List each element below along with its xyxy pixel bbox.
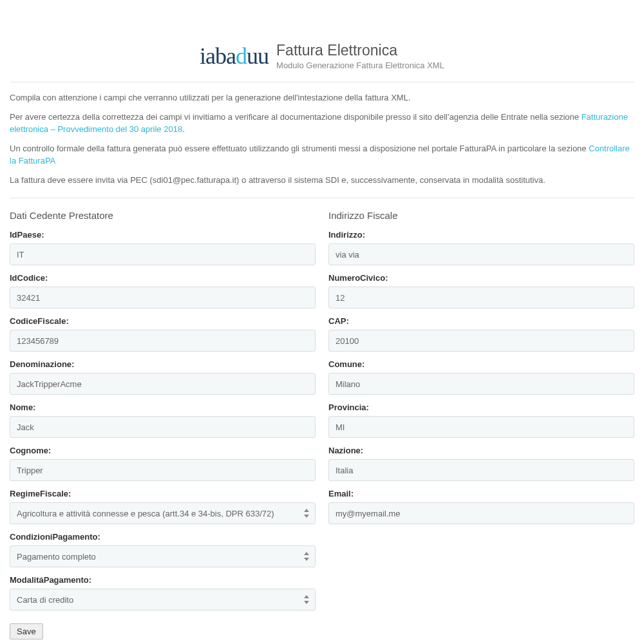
input-comune[interactable] xyxy=(328,373,634,395)
label-codicefiscale: CodiceFiscale: xyxy=(10,316,316,326)
input-codicefiscale[interactable] xyxy=(10,330,316,352)
label-cognome: Cognome: xyxy=(10,446,316,455)
page-subtitle: Modulo Generazione Fattura Elettronica X… xyxy=(276,61,444,70)
field-idpaese: IdPaese: xyxy=(10,230,316,265)
intro-block: Compila con attenzione i campi che verra… xyxy=(10,91,634,198)
label-idpaese: IdPaese: xyxy=(10,230,316,240)
field-cognome: Cognome: xyxy=(10,446,316,481)
field-email: Email: xyxy=(328,489,634,524)
label-regimefiscale: RegimeFiscale: xyxy=(10,489,316,498)
field-numerocivico: NumeroCivico: xyxy=(328,273,634,308)
label-nazione: Nazione: xyxy=(328,446,634,455)
label-comune: Comune: xyxy=(328,359,634,369)
label-cap: CAP: xyxy=(328,316,634,326)
input-nome[interactable] xyxy=(10,416,316,438)
label-indirizzo: Indirizzo: xyxy=(328,230,634,240)
field-nazione: Nazione: xyxy=(328,446,634,481)
select-modalitapagamento[interactable]: Carta di credito xyxy=(10,589,316,611)
header-text: Fattura Elettronica Modulo Generazione F… xyxy=(276,42,444,70)
intro-line-4: La fattura deve essere invita via PEC (s… xyxy=(10,174,634,187)
intro-line-1: Compila con attenzione i campi che verra… xyxy=(10,91,634,104)
label-nome: Nome: xyxy=(10,402,316,412)
input-idpaese[interactable] xyxy=(10,243,316,265)
intro-line-3: Un controllo formale della fattura gener… xyxy=(10,142,634,167)
input-numerocivico[interactable] xyxy=(328,287,634,308)
field-comune: Comune: xyxy=(328,359,634,395)
input-denominazione[interactable] xyxy=(10,373,316,395)
save-button[interactable]: Save xyxy=(10,623,43,639)
intro-line-2: Per avere certezza della correttezza dei… xyxy=(10,111,634,136)
select-regimefiscale[interactable]: Agricoltura e attività connesse e pesca … xyxy=(10,502,316,524)
input-cognome[interactable] xyxy=(10,459,316,481)
input-email[interactable] xyxy=(328,502,634,524)
input-nazione[interactable] xyxy=(328,459,634,481)
label-numerocivico: NumeroCivico: xyxy=(328,273,634,283)
field-modalitapagamento: ModalitáPagamento: Carta di credito xyxy=(10,575,316,611)
label-modalitapagamento: ModalitáPagamento: xyxy=(10,575,316,585)
field-denominazione: Denominazione: xyxy=(10,359,316,395)
form-columns: Dati Cedente Prestatore IdPaese: IdCodic… xyxy=(10,210,634,639)
label-email: Email: xyxy=(328,489,634,498)
col-cedente-prestatore: Dati Cedente Prestatore IdPaese: IdCodic… xyxy=(10,210,316,639)
field-idcodice: IdCodice: xyxy=(10,273,316,308)
field-indirizzo: Indirizzo: xyxy=(328,230,634,265)
input-indirizzo[interactable] xyxy=(328,243,634,265)
field-regimefiscale: RegimeFiscale: Agricoltura e attività co… xyxy=(10,489,316,524)
field-provincia: Provincia: xyxy=(328,402,634,438)
page-title: Fattura Elettronica xyxy=(276,42,444,59)
field-condizionipagamento: CondizioniPagamento: Pagamento completo xyxy=(10,532,316,567)
select-condizionipagamento[interactable]: Pagamento completo xyxy=(10,545,316,567)
label-provincia: Provincia: xyxy=(328,402,634,412)
field-cap: CAP: xyxy=(328,316,634,352)
label-idcodice: IdCodice: xyxy=(10,273,316,283)
col-indirizzo-fiscale: Indirizzo Fiscale Indirizzo: NumeroCivic… xyxy=(328,210,634,639)
section-title-cedente: Dati Cedente Prestatore xyxy=(10,210,316,221)
header: iabaduu Fattura Elettronica Modulo Gener… xyxy=(10,10,634,82)
input-provincia[interactable] xyxy=(328,416,634,438)
logo: iabaduu xyxy=(200,43,269,70)
section-title-indirizzo: Indirizzo Fiscale xyxy=(328,210,634,221)
input-cap[interactable] xyxy=(328,330,634,352)
label-denominazione: Denominazione: xyxy=(10,359,316,369)
input-idcodice[interactable] xyxy=(10,287,316,308)
field-codicefiscale: CodiceFiscale: xyxy=(10,316,316,352)
label-condizionipagamento: CondizioniPagamento: xyxy=(10,532,316,542)
field-nome: Nome: xyxy=(10,402,316,438)
